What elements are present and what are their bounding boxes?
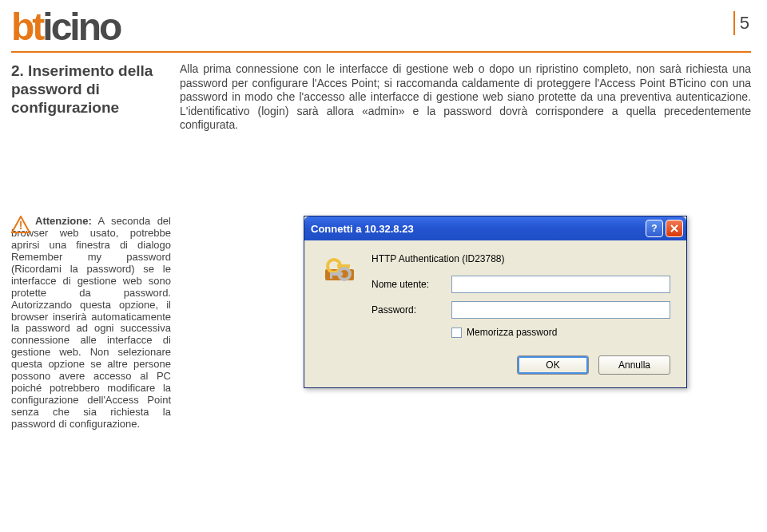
keys-icon [320, 253, 359, 292]
auth-label: HTTP Authentication (ID23788) [372, 253, 670, 264]
warning-body: A seconda del browser web usato, potrebb… [11, 215, 171, 430]
dialog-titlebar[interactable]: Connetti a 10.32.8.23 ? [304, 216, 686, 240]
warning-bold-lead: Attenzione: [35, 215, 92, 227]
ok-button[interactable]: OK [517, 355, 589, 375]
logo-part-2: icino [42, 6, 120, 48]
remember-label: Memorizza password [467, 327, 557, 338]
page-number-divider [733, 11, 735, 35]
auth-dialog: Connetti a 10.32.8.23 ? HTTP Authenticat… [304, 216, 687, 388]
svg-text:!: ! [19, 219, 23, 232]
remember-row: Memorizza password [451, 327, 670, 338]
password-label: Password: [372, 304, 451, 316]
password-input[interactable] [451, 301, 670, 319]
dialog-buttons: OK Annulla [304, 347, 686, 387]
svg-rect-7 [330, 272, 332, 279]
help-button[interactable]: ? [646, 220, 663, 237]
username-label: Nome utente: [372, 279, 451, 290]
page-number: 5 [740, 13, 749, 34]
logo: bticino [11, 5, 120, 49]
dialog-body: HTTP Authentication (ID23788) Nome utent… [304, 240, 686, 347]
warning-text: Attenzione: A seconda del browser web us… [11, 216, 171, 431]
dialog-title: Connetti a 10.32.8.23 [311, 223, 643, 235]
cancel-button[interactable]: Annulla [598, 355, 670, 375]
body-text: Alla prima connessione con le interfacce… [180, 62, 751, 133]
header-rule [11, 51, 751, 53]
warning-icon: ! [11, 216, 30, 236]
warning-block: ! Attenzione: A seconda del browser web … [11, 216, 171, 431]
close-button[interactable] [666, 220, 683, 237]
remember-checkbox[interactable] [451, 328, 462, 338]
close-icon [670, 224, 678, 232]
form-area: HTTP Authentication (ID23788) Nome utent… [372, 253, 670, 338]
username-row: Nome utente: [372, 276, 670, 293]
password-row: Password: [372, 301, 670, 319]
page-number-box: 5 [733, 11, 749, 35]
section-title: 2. Inserimento della password di configu… [11, 62, 171, 117]
username-input[interactable] [451, 276, 670, 293]
logo-part-1: bt [11, 6, 42, 48]
